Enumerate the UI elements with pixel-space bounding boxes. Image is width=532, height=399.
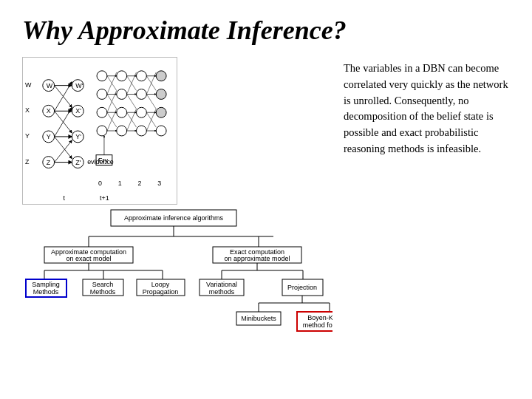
left-section: t t+1 W X Y Z W X Y Z W' X' <box>22 57 332 356</box>
svg-text:method for DBN: method for DBN <box>303 321 332 329</box>
svg-point-43 <box>117 126 127 136</box>
svg-text:Methods: Methods <box>33 288 59 296</box>
svg-text:W: W <box>47 82 53 89</box>
svg-text:3: 3 <box>157 180 161 187</box>
svg-text:t: t <box>64 194 66 202</box>
svg-text:Search: Search <box>92 281 114 288</box>
svg-text:t+1: t+1 <box>100 194 109 202</box>
svg-line-29 <box>55 107 72 137</box>
svg-text:Y: Y <box>25 132 30 140</box>
svg-text:on approximate model: on approximate model <box>224 255 290 262</box>
svg-text:Variational: Variational <box>206 281 237 288</box>
svg-point-38 <box>97 107 107 117</box>
svg-text:X': X' <box>75 107 81 115</box>
svg-text:Sampling: Sampling <box>32 281 60 288</box>
svg-text:Boyen-Koller: Boyen-Koller <box>307 314 332 321</box>
svg-text:Loopy: Loopy <box>151 281 170 288</box>
svg-text:Approximate inference algorith: Approximate inference algorithms <box>124 214 224 222</box>
svg-point-48 <box>156 71 166 81</box>
svg-text:Y': Y' <box>75 133 81 140</box>
svg-point-49 <box>156 89 166 100</box>
svg-line-69 <box>107 109 117 131</box>
svg-text:Z: Z <box>25 158 30 166</box>
svg-point-37 <box>97 89 107 100</box>
svg-line-77 <box>146 95 156 109</box>
svg-text:W: W <box>25 81 32 89</box>
svg-line-67 <box>107 91 117 113</box>
svg-line-65 <box>107 72 117 95</box>
svg-line-30 <box>55 137 72 159</box>
svg-text:Methods: Methods <box>90 288 116 296</box>
svg-text:X: X <box>47 107 51 115</box>
svg-point-45 <box>137 89 147 100</box>
svg-line-27 <box>55 82 72 112</box>
svg-text:Z': Z' <box>75 159 81 166</box>
svg-text:Propagation: Propagation <box>143 288 179 296</box>
svg-text:Y: Y <box>47 133 51 140</box>
svg-point-41 <box>117 89 127 100</box>
right-section: The variables in a DBN can become correl… <box>332 57 510 356</box>
svg-line-76 <box>146 72 156 95</box>
svg-text:Projection: Projection <box>287 284 317 291</box>
svg-text:Z: Z <box>47 159 51 166</box>
svg-text:Fry: Fry <box>98 157 108 164</box>
svg-point-44 <box>137 71 147 81</box>
svg-point-50 <box>156 107 166 117</box>
svg-line-31 <box>55 140 72 163</box>
svg-line-71 <box>127 72 137 95</box>
svg-point-39 <box>97 126 107 136</box>
svg-point-42 <box>117 107 127 117</box>
svg-line-72 <box>127 95 137 109</box>
svg-text:on exact model: on exact model <box>66 255 111 262</box>
flowchart-diagram: Approximate inference algorithms Approxi… <box>22 208 332 356</box>
svg-text:1: 1 <box>118 180 122 187</box>
svg-text:Minibuckets: Minibuckets <box>241 315 276 322</box>
svg-text:X: X <box>25 106 30 114</box>
svg-text:methods: methods <box>209 288 235 296</box>
svg-point-46 <box>137 107 147 117</box>
dbn-graph: t t+1 W X Y Z W X Y Z W' X' <box>22 57 177 205</box>
svg-point-47 <box>137 126 147 136</box>
svg-line-79 <box>146 109 156 131</box>
svg-point-36 <box>97 71 107 81</box>
description-text: The variables in a DBN can become correl… <box>344 61 510 157</box>
svg-point-40 <box>117 71 127 81</box>
page-container: Why Approximate Inference? t t+1 W X Y Z… <box>0 0 532 399</box>
content-area: t t+1 W X Y Z W X Y Z W' X' <box>22 57 510 356</box>
svg-point-51 <box>156 126 166 136</box>
svg-text:W': W' <box>75 82 83 89</box>
svg-line-74 <box>127 109 137 131</box>
svg-text:2: 2 <box>137 180 141 187</box>
page-title: Why Approximate Inference? <box>22 15 510 46</box>
svg-text:0: 0 <box>98 180 102 187</box>
